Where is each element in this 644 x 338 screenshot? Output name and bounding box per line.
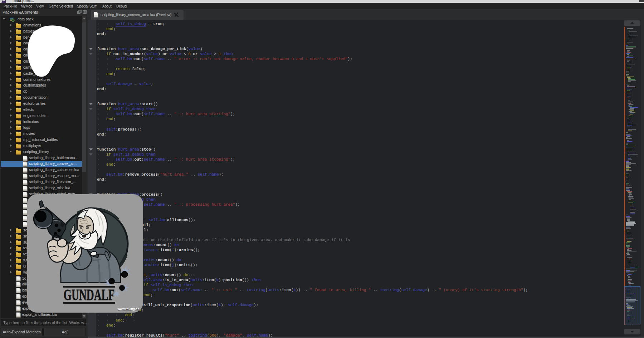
svg-text:GUNDALF: GUNDALF xyxy=(64,286,115,304)
svg-text:www.friking.es: www.friking.es xyxy=(117,307,140,311)
